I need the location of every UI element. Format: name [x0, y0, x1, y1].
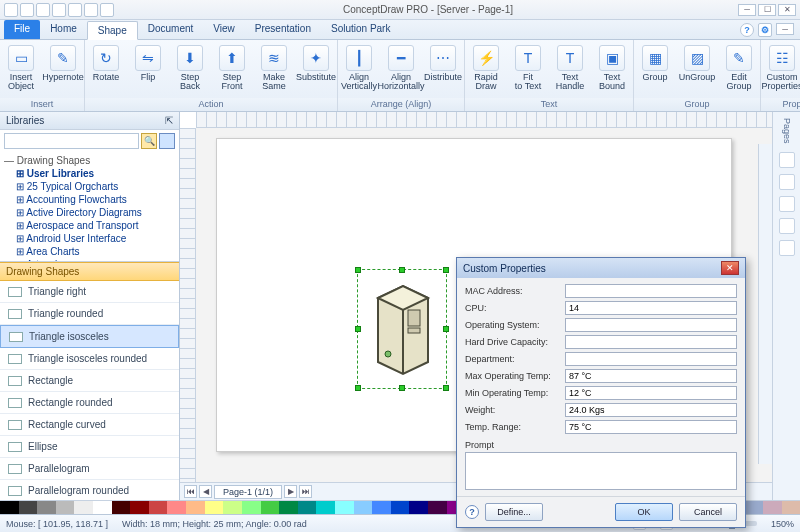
substitute-button[interactable]: ✦Substitute: [295, 42, 337, 98]
minimize-button[interactable]: ─: [738, 4, 756, 16]
shape-item[interactable]: Rectangle: [0, 370, 179, 392]
color-swatch[interactable]: [261, 501, 280, 514]
shape-item[interactable]: Triangle isosceles: [0, 325, 179, 348]
color-swatch[interactable]: [112, 501, 131, 514]
property-input[interactable]: [565, 403, 737, 417]
tab-presentation[interactable]: Presentation: [245, 20, 321, 39]
property-input[interactable]: [565, 335, 737, 349]
close-button[interactable]: ✕: [778, 4, 796, 16]
library-search-go-button[interactable]: 🔍: [141, 133, 157, 149]
qat-undo-icon[interactable]: [20, 3, 34, 17]
dialog-close-button[interactable]: ✕: [721, 261, 739, 275]
ok-button[interactable]: OK: [615, 503, 673, 521]
ungroup-button[interactable]: ▨UnGroup: [676, 42, 718, 98]
fit-to-text-button[interactable]: TFitto Text: [507, 42, 549, 98]
tree-item[interactable]: ⊞ 25 Typical Orgcharts: [4, 180, 175, 193]
dialog-help-icon[interactable]: ?: [465, 505, 479, 519]
page-tab[interactable]: Page-1 (1/1): [214, 485, 282, 499]
color-swatch[interactable]: [130, 501, 149, 514]
server-shape[interactable]: [368, 280, 438, 380]
color-swatch[interactable]: [316, 501, 335, 514]
color-swatch[interactable]: [242, 501, 261, 514]
property-input[interactable]: [565, 420, 737, 434]
maximize-button[interactable]: ☐: [758, 4, 776, 16]
dock-icon-1[interactable]: [779, 152, 795, 168]
ribbon-minimize-button[interactable]: ─: [776, 23, 794, 35]
tab-solution-park[interactable]: Solution Park: [321, 20, 400, 39]
text-handle-button[interactable]: TTextHandle: [549, 42, 591, 98]
color-swatch[interactable]: [223, 501, 242, 514]
shape-item[interactable]: Triangle isosceles rounded: [0, 348, 179, 370]
color-swatch[interactable]: [37, 501, 56, 514]
settings-icon[interactable]: ⚙: [758, 23, 772, 37]
property-input[interactable]: [565, 318, 737, 332]
hypernote-button[interactable]: ✎Hypernote: [42, 42, 84, 98]
tab-view[interactable]: View: [203, 20, 245, 39]
insert-object-button[interactable]: ▭InsertObject: [0, 42, 42, 98]
cancel-button[interactable]: Cancel: [679, 503, 737, 521]
dock-icon-2[interactable]: [779, 174, 795, 190]
define-button[interactable]: Define...: [485, 503, 543, 521]
flip-button[interactable]: ⇋Flip: [127, 42, 169, 98]
property-input[interactable]: [565, 386, 737, 400]
color-swatch[interactable]: [279, 501, 298, 514]
property-input[interactable]: [565, 352, 737, 366]
tree-item[interactable]: — Drawing Shapes: [4, 154, 175, 167]
shape-item[interactable]: Rectangle curved: [0, 414, 179, 436]
align-vertically-button[interactable]: ┃AlignVertically: [338, 42, 380, 98]
qat-print-icon[interactable]: [84, 3, 98, 17]
page-last-button[interactable]: ⏭: [299, 485, 312, 498]
shape-item[interactable]: Triangle right: [0, 281, 179, 303]
prompt-box[interactable]: [465, 452, 737, 490]
color-swatch[interactable]: [744, 501, 763, 514]
property-input[interactable]: [565, 301, 737, 315]
color-swatch[interactable]: [19, 501, 38, 514]
qat-new-icon[interactable]: [52, 3, 66, 17]
qat-save-icon[interactable]: [4, 3, 18, 17]
tab-file[interactable]: File: [4, 20, 40, 39]
dock-icon-3[interactable]: [779, 196, 795, 212]
color-swatch[interactable]: [354, 501, 373, 514]
tab-shape[interactable]: Shape: [87, 21, 138, 40]
tree-item[interactable]: ⊞ Android User Interface: [4, 232, 175, 245]
page-next-button[interactable]: ▶: [284, 485, 297, 498]
help-icon[interactable]: ?: [740, 23, 754, 37]
shape-item[interactable]: Parallelogram: [0, 458, 179, 480]
color-swatch[interactable]: [391, 501, 410, 514]
property-input[interactable]: [565, 369, 737, 383]
color-swatch[interactable]: [763, 501, 782, 514]
color-swatch[interactable]: [335, 501, 354, 514]
color-swatch[interactable]: [782, 501, 800, 514]
selection-box[interactable]: [357, 269, 447, 389]
tab-document[interactable]: Document: [138, 20, 204, 39]
tree-item[interactable]: ⊞ Aerospace and Transport: [4, 219, 175, 232]
library-flag-icon[interactable]: [159, 133, 175, 149]
rapid-draw-button[interactable]: ⚡RapidDraw: [465, 42, 507, 98]
color-swatch[interactable]: [186, 501, 205, 514]
color-swatch[interactable]: [167, 501, 186, 514]
library-search-input[interactable]: [4, 133, 139, 149]
shape-item[interactable]: Triangle rounded: [0, 303, 179, 325]
shape-item[interactable]: Rectangle rounded: [0, 392, 179, 414]
align-horizontally-button[interactable]: ━AlignHorizontally: [380, 42, 422, 98]
text-bound-button[interactable]: ▣TextBound: [591, 42, 633, 98]
edit-group-button[interactable]: ✎EditGroup: [718, 42, 760, 98]
tab-home[interactable]: Home: [40, 20, 87, 39]
tree-item[interactable]: ⊞ Area Charts: [4, 245, 175, 258]
libraries-pin-icon[interactable]: ⇱: [165, 115, 173, 126]
tree-item[interactable]: ⊞ Active Directory Diagrams: [4, 206, 175, 219]
library-category-header[interactable]: Drawing Shapes: [0, 262, 179, 281]
rotate-button[interactable]: ↻Rotate: [85, 42, 127, 98]
shape-item[interactable]: Ellipse: [0, 436, 179, 458]
color-swatch[interactable]: [149, 501, 168, 514]
qat-open-icon[interactable]: [68, 3, 82, 17]
group-button[interactable]: ▦Group: [634, 42, 676, 98]
pages-tab[interactable]: Pages: [780, 116, 794, 146]
tree-item[interactable]: ⊞ User Libraries: [4, 167, 175, 180]
dock-icon-4[interactable]: [779, 218, 795, 234]
shape-item[interactable]: Parallelogram rounded: [0, 480, 179, 500]
page-prev-button[interactable]: ◀: [199, 485, 212, 498]
color-swatch[interactable]: [409, 501, 428, 514]
color-swatch[interactable]: [74, 501, 93, 514]
dock-icon-5[interactable]: [779, 240, 795, 256]
